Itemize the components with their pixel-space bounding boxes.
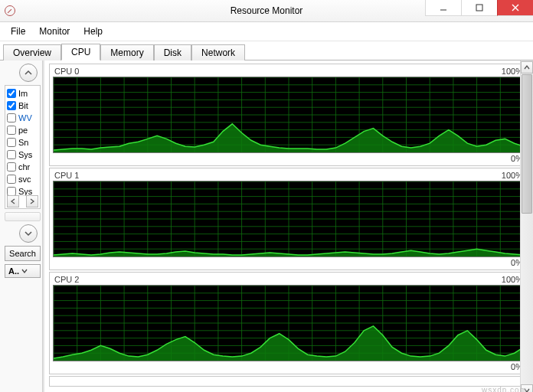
body: Im Bit WV pe Sn [0, 60, 533, 392]
close-button[interactable] [497, 0, 533, 16]
process-list-body: Im Bit WV pe Sn [5, 86, 40, 199]
process-checkbox[interactable] [7, 175, 16, 184]
cpu1-chart: CPU 1 100% 0% [49, 168, 528, 270]
process-list[interactable]: Im Bit WV pe Sn [5, 85, 41, 209]
process-list-hscroll[interactable] [7, 195, 38, 207]
process-checkbox[interactable] [7, 150, 16, 159]
process-label: pe [18, 126, 28, 135]
scroll-up-button[interactable] [521, 61, 533, 74]
chevron-down-icon [21, 268, 28, 274]
charts-panel: CPU 0 100% 0% CPU 1 100% 0% CPU 2 100% [44, 60, 533, 392]
associated-handles-button[interactable]: A.. [5, 264, 41, 278]
tab-network[interactable]: Network [191, 44, 245, 60]
minimize-button[interactable] [425, 0, 461, 16]
associated-label: A.. [8, 266, 19, 276]
tab-cpu[interactable]: CPU [61, 44, 100, 60]
process-checkbox[interactable] [7, 162, 16, 172]
charts-vscroll[interactable] [520, 60, 533, 392]
process-row[interactable]: pe [7, 124, 38, 136]
process-checkbox[interactable] [7, 101, 16, 110]
cpu0-chart: CPU 0 100% 0% [49, 64, 528, 166]
process-checkbox[interactable] [7, 138, 16, 147]
process-row[interactable]: Bit [7, 100, 38, 112]
tab-memory[interactable]: Memory [100, 44, 153, 60]
process-checkbox[interactable] [7, 126, 16, 135]
sidebar: Im Bit WV pe Sn [0, 60, 43, 392]
scroll-right-button[interactable] [26, 195, 38, 207]
svg-rect-1 [476, 5, 482, 11]
scroll-left-button[interactable] [7, 195, 19, 207]
process-row[interactable]: chr [7, 161, 38, 173]
chart-title: CPU 1 [54, 171, 79, 180]
collapse-up-button[interactable] [19, 64, 38, 82]
maximize-button[interactable] [461, 0, 497, 16]
process-label: Sn [18, 138, 28, 147]
menu-file[interactable]: File [5, 24, 31, 38]
process-label: chr [18, 162, 30, 172]
chart-title: CPU 2 [54, 275, 79, 284]
cpu3-chart-truncated: CPU 3 [49, 376, 528, 387]
menu-monitor[interactable]: Monitor [33, 24, 76, 38]
watermark: wsxdn.com [482, 386, 527, 392]
cpu0-plot [53, 77, 525, 153]
process-label: WV [18, 113, 32, 122]
window-title: Resource Monitor [231, 5, 303, 16]
process-checkbox[interactable] [7, 113, 16, 122]
process-row[interactable]: WV [7, 112, 38, 124]
tabs: Overview CPU Memory Disk Network [0, 41, 533, 60]
cpu2-chart: CPU 2 100% 0% [49, 272, 528, 374]
process-row[interactable]: svc [7, 173, 38, 185]
chart-title: CPU 0 [54, 67, 79, 76]
process-row[interactable]: Sn [7, 136, 38, 149]
menu-help[interactable]: Help [77, 24, 109, 38]
process-label: svc [18, 175, 31, 184]
window-controls [425, 0, 533, 15]
process-label: Sys [18, 150, 32, 159]
process-row[interactable]: Im [7, 87, 38, 100]
process-checkbox[interactable] [7, 89, 16, 98]
collapse-down-button[interactable] [19, 224, 38, 243]
menubar: File Monitor Help [0, 22, 533, 41]
tab-disk[interactable]: Disk [154, 44, 191, 60]
sidebar-divider [5, 212, 41, 221]
process-label: Bit [18, 101, 28, 110]
cpu2-plot [53, 285, 525, 361]
cpu1-plot [53, 181, 525, 257]
search-handles-button[interactable]: Search [5, 246, 41, 261]
process-label: Im [18, 89, 28, 98]
scroll-thumb[interactable] [522, 74, 532, 214]
titlebar: Resource Monitor [0, 0, 533, 22]
process-row[interactable]: Sys [7, 149, 38, 161]
app-icon [5, 5, 15, 16]
tab-overview[interactable]: Overview [3, 44, 61, 60]
